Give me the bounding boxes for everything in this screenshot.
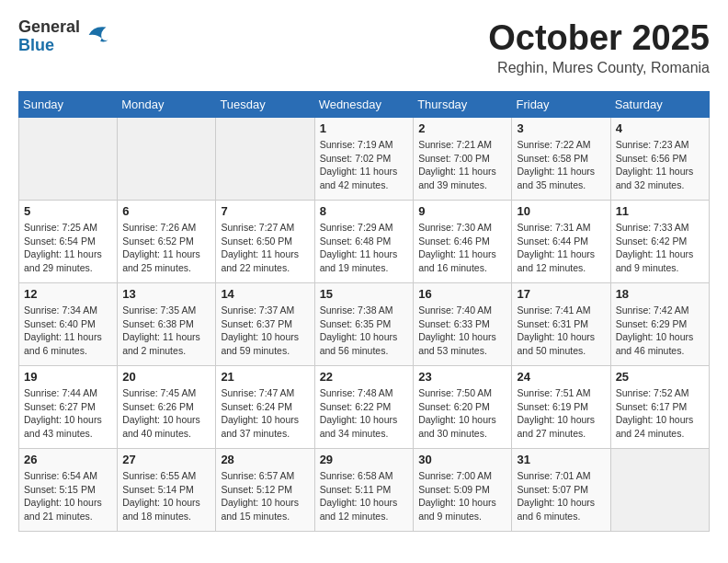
day-info: Sunrise: 7:52 AM Sunset: 6:17 PM Dayligh… (616, 386, 704, 441)
weekday-header-tuesday: Tuesday (216, 92, 314, 118)
calendar-cell: 4Sunrise: 7:23 AM Sunset: 6:56 PM Daylig… (610, 118, 709, 201)
day-number: 9 (418, 204, 506, 218)
location-subtitle: Reghin, Mures County, Romania (488, 60, 710, 76)
day-number: 14 (221, 287, 309, 301)
day-number: 10 (517, 204, 605, 218)
day-info: Sunrise: 7:25 AM Sunset: 6:54 PM Dayligh… (24, 221, 112, 275)
calendar-cell (19, 118, 118, 201)
day-info: Sunrise: 6:54 AM Sunset: 5:15 PM Dayligh… (24, 469, 112, 523)
weekday-header-monday: Monday (118, 92, 216, 118)
day-number: 2 (418, 121, 506, 135)
day-info: Sunrise: 7:37 AM Sunset: 6:37 PM Dayligh… (221, 304, 309, 358)
calendar-body: 1Sunrise: 7:19 AM Sunset: 7:02 PM Daylig… (19, 118, 710, 532)
title-block: October 2025 Reghin, Mures County, Roman… (488, 18, 710, 76)
calendar-table: SundayMondayTuesdayWednesdayThursdayFrid… (18, 91, 710, 532)
day-info: Sunrise: 7:51 AM Sunset: 6:19 PM Dayligh… (517, 386, 605, 441)
day-info: Sunrise: 7:33 AM Sunset: 6:42 PM Dayligh… (616, 221, 704, 275)
day-number: 31 (517, 453, 605, 466)
day-number: 3 (517, 121, 605, 135)
day-number: 8 (320, 204, 409, 218)
calendar-cell: 12Sunrise: 7:34 AM Sunset: 6:40 PM Dayli… (19, 283, 118, 366)
weekday-header-sunday: Sunday (19, 92, 118, 118)
day-number: 21 (221, 370, 309, 384)
day-number: 15 (320, 287, 409, 301)
calendar-cell: 29Sunrise: 6:58 AM Sunset: 5:11 PM Dayli… (314, 449, 414, 532)
day-info: Sunrise: 7:38 AM Sunset: 6:35 PM Dayligh… (320, 304, 409, 358)
day-info: Sunrise: 6:58 AM Sunset: 5:11 PM Dayligh… (320, 469, 409, 523)
calendar-cell: 9Sunrise: 7:30 AM Sunset: 6:46 PM Daylig… (414, 201, 512, 283)
day-info: Sunrise: 7:48 AM Sunset: 6:22 PM Dayligh… (320, 386, 409, 441)
calendar-cell: 26Sunrise: 6:54 AM Sunset: 5:15 PM Dayli… (19, 449, 118, 532)
calendar-header: SundayMondayTuesdayWednesdayThursdayFrid… (19, 92, 710, 118)
day-info: Sunrise: 7:45 AM Sunset: 6:26 PM Dayligh… (122, 386, 210, 441)
calendar-week-3: 12Sunrise: 7:34 AM Sunset: 6:40 PM Dayli… (19, 283, 710, 366)
calendar-cell: 21Sunrise: 7:47 AM Sunset: 6:24 PM Dayli… (216, 366, 314, 449)
day-number: 17 (517, 287, 605, 301)
day-number: 23 (418, 370, 506, 384)
calendar-cell (610, 449, 709, 532)
day-number: 26 (24, 453, 112, 466)
day-info: Sunrise: 7:19 AM Sunset: 7:02 PM Dayligh… (320, 138, 409, 192)
calendar-cell: 10Sunrise: 7:31 AM Sunset: 6:44 PM Dayli… (512, 201, 610, 283)
calendar-cell: 24Sunrise: 7:51 AM Sunset: 6:19 PM Dayli… (512, 366, 610, 449)
day-number: 24 (517, 370, 605, 384)
weekday-header-thursday: Thursday (414, 92, 512, 118)
day-info: Sunrise: 7:30 AM Sunset: 6:46 PM Dayligh… (418, 221, 506, 275)
weekday-header-wednesday: Wednesday (314, 92, 414, 118)
day-number: 20 (122, 370, 210, 384)
calendar-cell: 15Sunrise: 7:38 AM Sunset: 6:35 PM Dayli… (314, 283, 414, 366)
day-info: Sunrise: 7:50 AM Sunset: 6:20 PM Dayligh… (418, 386, 506, 441)
calendar-cell: 14Sunrise: 7:37 AM Sunset: 6:37 PM Dayli… (216, 283, 314, 366)
calendar-cell: 3Sunrise: 7:22 AM Sunset: 6:58 PM Daylig… (512, 118, 610, 201)
day-number: 4 (616, 121, 704, 135)
calendar-cell: 17Sunrise: 7:41 AM Sunset: 6:31 PM Dayli… (512, 283, 610, 366)
day-number: 13 (122, 287, 210, 301)
logo-bird-icon (84, 22, 109, 48)
day-info: Sunrise: 7:47 AM Sunset: 6:24 PM Dayligh… (221, 386, 309, 441)
calendar-week-4: 19Sunrise: 7:44 AM Sunset: 6:27 PM Dayli… (19, 366, 710, 449)
calendar-cell: 1Sunrise: 7:19 AM Sunset: 7:02 PM Daylig… (314, 118, 414, 201)
calendar-cell: 31Sunrise: 7:01 AM Sunset: 5:07 PM Dayli… (512, 449, 610, 532)
calendar-week-1: 1Sunrise: 7:19 AM Sunset: 7:02 PM Daylig… (19, 118, 710, 201)
calendar-cell: 7Sunrise: 7:27 AM Sunset: 6:50 PM Daylig… (216, 201, 314, 283)
weekday-header-saturday: Saturday (610, 92, 709, 118)
calendar-week-2: 5Sunrise: 7:25 AM Sunset: 6:54 PM Daylig… (19, 201, 710, 283)
day-info: Sunrise: 7:23 AM Sunset: 6:56 PM Dayligh… (616, 138, 704, 192)
logo-text: General Blue (18, 18, 80, 55)
calendar-cell: 27Sunrise: 6:55 AM Sunset: 5:14 PM Dayli… (118, 449, 216, 532)
weekday-row: SundayMondayTuesdayWednesdayThursdayFrid… (19, 92, 710, 118)
day-number: 25 (616, 370, 704, 384)
calendar-week-5: 26Sunrise: 6:54 AM Sunset: 5:15 PM Dayli… (19, 449, 710, 532)
day-info: Sunrise: 6:55 AM Sunset: 5:14 PM Dayligh… (122, 469, 210, 523)
day-number: 12 (24, 287, 112, 301)
page-header: General Blue October 2025 Reghin, Mures … (18, 18, 710, 76)
day-info: Sunrise: 7:22 AM Sunset: 6:58 PM Dayligh… (517, 138, 605, 192)
calendar-cell (216, 118, 314, 201)
day-info: Sunrise: 7:35 AM Sunset: 6:38 PM Dayligh… (122, 304, 210, 358)
calendar-cell: 11Sunrise: 7:33 AM Sunset: 6:42 PM Dayli… (610, 201, 709, 283)
day-info: Sunrise: 7:01 AM Sunset: 5:07 PM Dayligh… (517, 469, 605, 523)
day-number: 28 (221, 453, 309, 466)
logo: General Blue (18, 18, 109, 55)
calendar-cell: 22Sunrise: 7:48 AM Sunset: 6:22 PM Dayli… (314, 366, 414, 449)
calendar-cell (118, 118, 216, 201)
month-title: October 2025 (488, 18, 710, 58)
day-number: 27 (122, 453, 210, 466)
day-number: 19 (24, 370, 112, 384)
calendar-cell: 23Sunrise: 7:50 AM Sunset: 6:20 PM Dayli… (414, 366, 512, 449)
calendar-cell: 18Sunrise: 7:42 AM Sunset: 6:29 PM Dayli… (610, 283, 709, 366)
day-number: 18 (616, 287, 704, 301)
day-info: Sunrise: 7:29 AM Sunset: 6:48 PM Dayligh… (320, 221, 409, 275)
calendar-cell: 25Sunrise: 7:52 AM Sunset: 6:17 PM Dayli… (610, 366, 709, 449)
calendar-cell: 6Sunrise: 7:26 AM Sunset: 6:52 PM Daylig… (118, 201, 216, 283)
calendar-cell: 8Sunrise: 7:29 AM Sunset: 6:48 PM Daylig… (314, 201, 414, 283)
day-info: Sunrise: 7:26 AM Sunset: 6:52 PM Dayligh… (122, 221, 210, 275)
day-number: 7 (221, 204, 309, 218)
calendar-cell: 19Sunrise: 7:44 AM Sunset: 6:27 PM Dayli… (19, 366, 118, 449)
logo-general: General (18, 18, 80, 37)
day-info: Sunrise: 7:21 AM Sunset: 7:00 PM Dayligh… (418, 138, 506, 192)
day-info: Sunrise: 7:34 AM Sunset: 6:40 PM Dayligh… (24, 304, 112, 358)
day-number: 16 (418, 287, 506, 301)
day-number: 22 (320, 370, 409, 384)
day-info: Sunrise: 7:31 AM Sunset: 6:44 PM Dayligh… (517, 221, 605, 275)
